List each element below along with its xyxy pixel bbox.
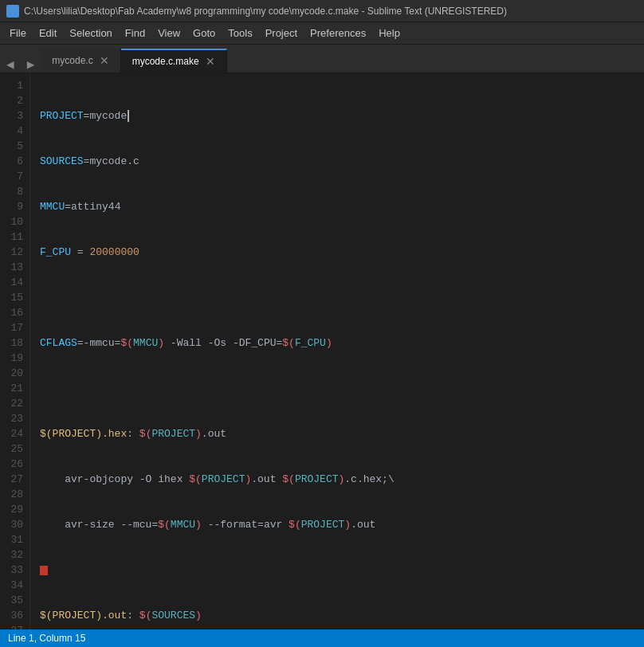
code-line-3: MMCU=attiny44 bbox=[40, 199, 644, 214]
tab-mycode-c-close[interactable]: ✕ bbox=[100, 55, 109, 66]
app-icon bbox=[6, 5, 19, 18]
menu-file[interactable]: File bbox=[3, 24, 33, 42]
menu-project[interactable]: Project bbox=[259, 24, 304, 42]
menu-preferences[interactable]: Preferences bbox=[304, 24, 372, 42]
editor: 1 2 3 4 5 6 7 8 9 10 11 12 13 14 15 16 1… bbox=[0, 73, 644, 629]
code-line-10: avr-size --mcu=$(MMCU) --format=avr $(PR… bbox=[40, 517, 644, 532]
line-numbers: 1 2 3 4 5 6 7 8 9 10 11 12 13 14 15 16 1… bbox=[0, 73, 30, 629]
menu-help[interactable]: Help bbox=[372, 24, 406, 42]
code-line-12: $(PROJECT).out: $(SOURCES) bbox=[40, 608, 644, 623]
tab-nav-next[interactable]: ▶ bbox=[21, 57, 41, 73]
titlebar: C:\Users\lilia\Desktop\Fab Academy\w8 pr… bbox=[0, 0, 644, 22]
code-line-11 bbox=[40, 563, 644, 578]
tab-mycode-c[interactable]: mycode.c ✕ bbox=[41, 49, 120, 73]
menu-find[interactable]: Find bbox=[119, 24, 151, 42]
menu-edit[interactable]: Edit bbox=[33, 24, 63, 42]
code-line-5 bbox=[40, 290, 644, 305]
code-line-4: F_CPU = 20000000 bbox=[40, 245, 644, 260]
tab-mycode-cmake-label: mycode.c.make bbox=[132, 56, 199, 67]
code-line-8: $(PROJECT).hex: $(PROJECT).out bbox=[40, 426, 644, 441]
menu-goto[interactable]: Goto bbox=[187, 24, 222, 42]
tab-nav-prev[interactable]: ◀ bbox=[0, 57, 21, 73]
code-line-1: PROJECT=mycode bbox=[40, 108, 644, 124]
window-title: C:\Users\lilia\Desktop\Fab Academy\w8 pr… bbox=[24, 6, 507, 17]
code-line-9: avr-objcopy -O ihex $(PROJECT).out $(PRO… bbox=[40, 472, 644, 487]
code-line-6: CFLAGS=-mmcu=$(MMCU) -Wall -Os -DF_CPU=$… bbox=[40, 335, 644, 351]
tab-mycode-c-label: mycode.c bbox=[52, 55, 92, 66]
tab-mycode-cmake[interactable]: mycode.c.make ✕ bbox=[121, 49, 227, 73]
tabbar: ◀ ▶ mycode.c ✕ mycode.c.make ✕ bbox=[0, 45, 644, 73]
tab-mycode-cmake-close[interactable]: ✕ bbox=[206, 56, 215, 67]
menubar: File Edit Selection Find View Goto Tools… bbox=[0, 22, 644, 45]
status-text: Line 1, Column 15 bbox=[8, 633, 85, 644]
menu-selection[interactable]: Selection bbox=[63, 24, 118, 42]
menu-view[interactable]: View bbox=[151, 24, 187, 42]
code-line-7 bbox=[40, 381, 644, 396]
code-content[interactable]: PROJECT=mycode SOURCES=mycode.c MMCU=att… bbox=[30, 73, 644, 629]
code-line-2: SOURCES=mycode.c bbox=[40, 154, 644, 169]
menu-tools[interactable]: Tools bbox=[222, 24, 258, 42]
statusbar: Line 1, Column 15 bbox=[0, 629, 644, 647]
